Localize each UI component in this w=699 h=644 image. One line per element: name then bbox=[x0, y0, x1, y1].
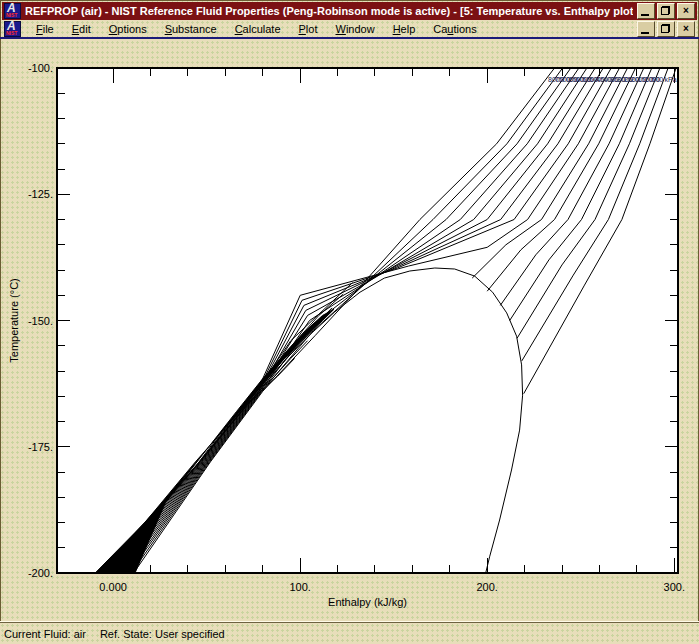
y-tick-label: -200. bbox=[28, 567, 53, 579]
x-tick-label: 0.000 bbox=[99, 581, 127, 593]
xaxis-title: Enthalpy (kJ/kg) bbox=[328, 596, 407, 608]
plot-background bbox=[57, 68, 678, 573]
x-tick-label: 100. bbox=[289, 581, 310, 593]
menu-items: FileEditOptionsSubstanceCalculatePlotWin… bbox=[27, 22, 633, 36]
menu-plot[interactable]: Plot bbox=[290, 22, 327, 36]
menu-help[interactable]: Help bbox=[384, 22, 425, 36]
child-restore-button[interactable] bbox=[657, 21, 675, 37]
y-tick-label: -100. bbox=[28, 62, 53, 74]
menu-file[interactable]: File bbox=[27, 22, 63, 36]
menu-edit[interactable]: Edit bbox=[63, 22, 100, 36]
child-window-border bbox=[0, 37, 699, 39]
yaxis-title: Temperature (°C) bbox=[8, 278, 20, 362]
menu-window[interactable]: Window bbox=[326, 22, 383, 36]
child-window-controls: × bbox=[637, 21, 695, 37]
restore-icon bbox=[661, 6, 670, 15]
title-bar: A NIST REFPROP (air) - NIST Reference Fl… bbox=[2, 2, 697, 20]
menu-cautions[interactable]: Cautions bbox=[424, 22, 485, 36]
menu-bar: A NIST FileEditOptionsSubstanceCalculate… bbox=[2, 20, 697, 37]
y-tick-label: -150. bbox=[28, 315, 53, 327]
window-controls: × bbox=[637, 3, 695, 19]
menu-calculate[interactable]: Calculate bbox=[226, 22, 290, 36]
minimize-icon bbox=[641, 14, 649, 16]
minimize-icon bbox=[641, 32, 649, 34]
isobar-unit-label: kPa bbox=[665, 76, 677, 83]
menu-options[interactable]: Options bbox=[100, 22, 156, 36]
restore-icon bbox=[661, 24, 670, 33]
minimize-button[interactable] bbox=[637, 3, 655, 19]
isobar-label: 500 bbox=[652, 76, 664, 83]
window-title: REFPROP (air) - NIST Reference Fluid Pro… bbox=[25, 5, 633, 17]
restore-button[interactable] bbox=[657, 3, 675, 19]
app-nist-icon: A NIST bbox=[4, 3, 21, 19]
menu-substance[interactable]: Substance bbox=[156, 22, 226, 36]
child-minimize-button[interactable] bbox=[637, 21, 655, 37]
child-window-nist-icon: A NIST bbox=[4, 21, 21, 37]
x-tick-label: 200. bbox=[476, 581, 497, 593]
refprop-window: { "window": { "title": "REFPROP (air) - … bbox=[0, 0, 699, 644]
temperature-enthalpy-plot: 0.000100.200.300.-100.-125.-150.-175.-20… bbox=[0, 0, 699, 644]
ref-state-status: Ref. State: User specified bbox=[100, 628, 225, 640]
current-fluid-status: Current Fluid: air bbox=[4, 628, 86, 640]
y-tick-label: -125. bbox=[28, 188, 53, 200]
close-button[interactable]: × bbox=[677, 3, 695, 19]
child-close-button[interactable]: × bbox=[677, 21, 695, 37]
status-bar: Current Fluid: air Ref. State: User spec… bbox=[0, 622, 699, 644]
x-tick-label: 300. bbox=[664, 581, 685, 593]
y-tick-label: -175. bbox=[28, 441, 53, 453]
